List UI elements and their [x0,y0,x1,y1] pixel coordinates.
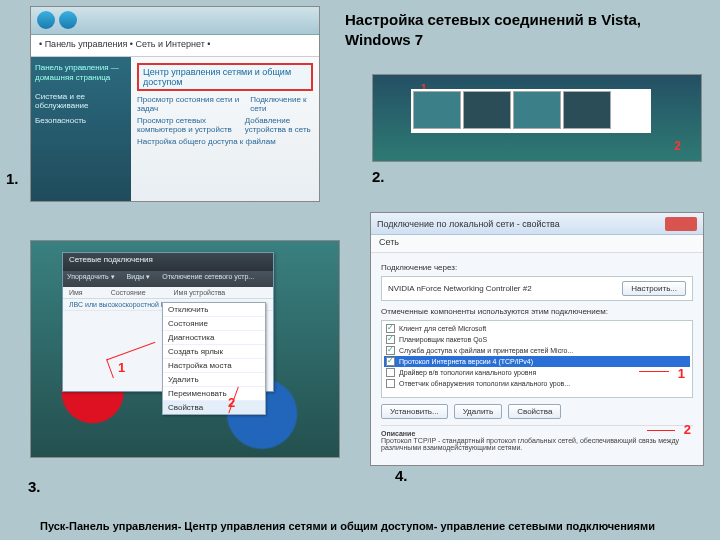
breadcrumb: • Панель управления • Сеть и Интернет • [31,35,319,57]
window-title: Сетевые подключения [63,253,273,271]
sidebar-item: Система и ее обслуживание [35,92,127,110]
screenshot-1-control-panel: • Панель управления • Сеть и Интернет • … [30,6,320,202]
main-pane: Центр управления сетями и общим доступом… [131,57,319,201]
annotation-2: 2 [228,395,235,410]
nav-back-icon [37,11,55,29]
toolbar-item: Виды ▾ [127,273,151,285]
item-text: Протокол Интернета версии 4 (TCP/IPv4) [399,358,533,365]
link-text: Подключение к сети [250,95,313,113]
checkbox-icon [386,368,395,377]
device-label: Подключение через: [381,263,693,272]
close-icon [665,217,697,231]
description-box: Описание Протокол TCP/IP - стандартный п… [381,425,693,451]
network-map-card [411,89,651,133]
list-item-tcpip-selected: Протокол Интернета версии 4 (TCP/IPv4) [384,356,690,367]
annotation-line [647,430,675,431]
item-text: Планировщик пакетов QoS [399,336,487,343]
list-item: Ответчик обнаружения топологии канальног… [384,378,690,389]
col: Состояние [111,289,146,296]
tab-network: Сеть [371,235,703,253]
menu-item: Состояние [163,317,265,331]
menu-item: Создать ярлык [163,345,265,359]
checkbox-icon [386,346,395,355]
thumbnail-icon [563,91,611,129]
checkbox-icon [386,357,395,366]
configure-button: Настроить... [622,281,686,296]
network-center-link-highlighted: Центр управления сетями и общим доступом [137,63,313,91]
checkbox-icon [386,379,395,388]
item-text: Драйвер в/в топологии канального уровня [399,369,536,376]
annotation-1: 1 [118,360,125,375]
dialog-title: Подключение по локальной сети - свойства [377,219,560,229]
menu-item: Настройка моста [163,359,265,373]
slide-title: Настройка сетевых соединений в Vista, Wi… [345,10,665,49]
remove-button: Удалить [454,404,503,419]
checkbox-icon [386,324,395,333]
button-row: Установить... Удалить Свойства [381,404,693,419]
annotation-line [639,371,669,372]
nav-forward-icon [59,11,77,29]
col: Имя [69,289,83,296]
menu-item: Диагностика [163,331,265,345]
step-number-1: 1. [6,170,19,187]
annotation-2: 2 [684,422,691,437]
checkbox-icon [386,335,395,344]
screenshot-2-network-center: 1 2 [372,74,702,162]
list-item: Служба доступа к файлам и принтерам сете… [384,345,690,356]
step-number-2: 2. [372,168,385,185]
install-button: Установить... [381,404,448,419]
toolbar-item: Упорядочить ▾ [67,273,115,285]
dialog-titlebar: Подключение по локальной сети - свойства [371,213,703,235]
components-label: Отмеченные компоненты используются этим … [381,307,693,316]
col: Имя устройства [174,289,226,296]
step-number-4: 4. [395,467,408,484]
thumbnail-icon [413,91,461,129]
item-text: Клиент для сетей Microsoft [399,325,486,332]
link-text: Добавление устройства в сеть [245,116,313,134]
link-text: Просмотр сетевых компьютеров и устройств [137,116,237,134]
description-label: Описание [381,430,415,437]
sidebar-header: Панель управления — домашняя страница [35,63,127,82]
menu-item: Отключить [163,303,265,317]
description-text: Протокол TCP/IP - стандартный протокол г… [381,437,679,451]
components-list: Клиент для сетей Microsoft Планировщик п… [381,320,693,398]
toolbar-item: Отключение сетевого устр... [162,273,254,285]
link-text: Настройка общего доступа к файлам [137,137,276,146]
link-text: Просмотр состояния сети и задач [137,95,242,113]
item-text: Ответчик обнаружения топологии канальног… [399,380,570,387]
item-text: Служба доступа к файлам и принтерам сете… [399,347,573,354]
menu-item: Удалить [163,373,265,387]
list-item: Клиент для сетей Microsoft [384,323,690,334]
annotation-2: 2 [674,139,681,153]
thumbnail-icon [463,91,511,129]
properties-button: Свойства [508,404,561,419]
toolbar: Упорядочить ▾ Виды ▾ Отключение сетевого… [63,271,273,287]
screenshot-4-properties-dialog: Подключение по локальной сети - свойства… [370,212,704,466]
sidebar: Панель управления — домашняя страница Си… [31,57,131,201]
step-number-3: 3. [28,478,41,495]
device-box: NVIDIA nForce Networking Controller #2 Н… [381,276,693,301]
footer-path: Пуск-Панель управления- Центр управления… [40,520,700,532]
window-titlebar [31,7,319,35]
device-name: NVIDIA nForce Networking Controller #2 [388,284,532,293]
annotation-1: 1 [678,366,685,381]
list-item: Драйвер в/в топологии канального уровня [384,367,690,378]
column-headers: Имя Состояние Имя устройства [63,287,273,299]
thumbnail-icon [513,91,561,129]
list-item: Планировщик пакетов QoS [384,334,690,345]
sidebar-item: Безопасность [35,116,127,125]
